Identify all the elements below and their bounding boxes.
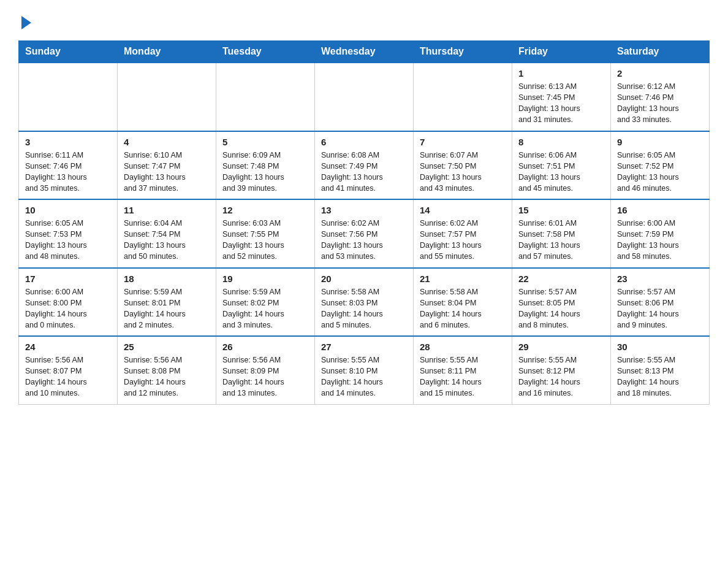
day-number: 3 (25, 137, 111, 147)
day-info: Sunrise: 5:55 AM Sunset: 8:12 PM Dayligh… (518, 354, 604, 399)
calendar-cell: 29Sunrise: 5:55 AM Sunset: 8:12 PM Dayli… (512, 336, 611, 404)
day-number: 17 (25, 274, 111, 284)
day-number: 6 (321, 137, 407, 147)
day-info: Sunrise: 6:01 AM Sunset: 7:58 PM Dayligh… (518, 218, 604, 262)
day-info: Sunrise: 5:59 AM Sunset: 8:02 PM Dayligh… (222, 286, 308, 331)
calendar-cell (315, 63, 414, 131)
calendar-cell: 17Sunrise: 6:00 AM Sunset: 8:00 PM Dayli… (19, 268, 118, 337)
calendar-cell: 30Sunrise: 5:55 AM Sunset: 8:13 PM Dayli… (611, 336, 710, 404)
day-info: Sunrise: 5:57 AM Sunset: 8:05 PM Dayligh… (518, 286, 604, 331)
svg-marker-0 (21, 16, 31, 29)
day-number: 25 (124, 342, 210, 352)
calendar-cell: 2Sunrise: 6:12 AM Sunset: 7:46 PM Daylig… (611, 63, 710, 131)
weekday-header-monday: Monday (118, 41, 216, 63)
day-number: 5 (222, 137, 308, 147)
calendar-cell: 28Sunrise: 5:55 AM Sunset: 8:11 PM Dayli… (414, 336, 512, 404)
weekday-header-tuesday: Tuesday (216, 41, 315, 63)
calendar-table: SundayMondayTuesdayWednesdayThursdayFrid… (18, 40, 710, 405)
calendar-week-row: 3Sunrise: 6:11 AM Sunset: 7:46 PM Daylig… (19, 131, 710, 200)
day-number: 23 (617, 274, 703, 284)
day-number: 20 (321, 274, 407, 284)
calendar-cell: 8Sunrise: 6:06 AM Sunset: 7:51 PM Daylig… (512, 131, 611, 200)
calendar-cell: 24Sunrise: 5:56 AM Sunset: 8:07 PM Dayli… (19, 336, 118, 404)
day-info: Sunrise: 6:08 AM Sunset: 7:49 PM Dayligh… (321, 150, 407, 194)
calendar-cell: 15Sunrise: 6:01 AM Sunset: 7:58 PM Dayli… (512, 199, 611, 268)
day-info: Sunrise: 5:56 AM Sunset: 8:08 PM Dayligh… (124, 354, 210, 399)
weekday-header-wednesday: Wednesday (315, 41, 414, 63)
day-info: Sunrise: 6:02 AM Sunset: 7:57 PM Dayligh… (420, 218, 506, 262)
calendar-week-row: 10Sunrise: 6:05 AM Sunset: 7:53 PM Dayli… (19, 199, 710, 268)
day-info: Sunrise: 6:09 AM Sunset: 7:48 PM Dayligh… (222, 150, 308, 194)
day-number: 8 (518, 137, 604, 147)
calendar-cell (216, 63, 315, 131)
page-header (18, 12, 710, 32)
calendar-cell: 10Sunrise: 6:05 AM Sunset: 7:53 PM Dayli… (19, 199, 118, 268)
day-info: Sunrise: 5:55 AM Sunset: 8:13 PM Dayligh… (617, 354, 703, 399)
day-number: 21 (420, 274, 506, 284)
calendar-cell (414, 63, 512, 131)
day-info: Sunrise: 6:05 AM Sunset: 7:53 PM Dayligh… (25, 218, 111, 262)
calendar-week-row: 24Sunrise: 5:56 AM Sunset: 8:07 PM Dayli… (19, 336, 710, 404)
calendar-cell: 5Sunrise: 6:09 AM Sunset: 7:48 PM Daylig… (216, 131, 315, 200)
day-info: Sunrise: 6:04 AM Sunset: 7:54 PM Dayligh… (124, 218, 210, 262)
calendar-cell: 23Sunrise: 5:57 AM Sunset: 8:06 PM Dayli… (611, 268, 710, 337)
day-number: 9 (617, 137, 703, 147)
day-info: Sunrise: 5:59 AM Sunset: 8:01 PM Dayligh… (124, 286, 210, 331)
calendar-cell: 9Sunrise: 6:05 AM Sunset: 7:52 PM Daylig… (611, 131, 710, 200)
day-number: 24 (25, 342, 111, 352)
calendar-cell: 27Sunrise: 5:55 AM Sunset: 8:10 PM Dayli… (315, 336, 414, 404)
day-number: 1 (518, 68, 604, 79)
day-number: 29 (518, 342, 604, 352)
day-number: 28 (420, 342, 506, 352)
calendar-cell: 14Sunrise: 6:02 AM Sunset: 7:57 PM Dayli… (414, 199, 512, 268)
day-info: Sunrise: 6:00 AM Sunset: 8:00 PM Dayligh… (25, 286, 111, 331)
calendar-header-row: SundayMondayTuesdayWednesdayThursdayFrid… (19, 41, 710, 63)
day-info: Sunrise: 6:05 AM Sunset: 7:52 PM Dayligh… (617, 150, 703, 194)
weekday-header-saturday: Saturday (611, 41, 710, 63)
day-number: 13 (321, 205, 407, 215)
day-info: Sunrise: 6:11 AM Sunset: 7:46 PM Dayligh… (25, 150, 111, 194)
calendar-cell: 3Sunrise: 6:11 AM Sunset: 7:46 PM Daylig… (19, 131, 118, 200)
calendar-cell: 12Sunrise: 6:03 AM Sunset: 7:55 PM Dayli… (216, 199, 315, 268)
day-info: Sunrise: 5:55 AM Sunset: 8:11 PM Dayligh… (420, 354, 506, 399)
day-number: 15 (518, 205, 604, 215)
day-info: Sunrise: 6:00 AM Sunset: 7:59 PM Dayligh… (617, 218, 703, 262)
calendar-cell: 22Sunrise: 5:57 AM Sunset: 8:05 PM Dayli… (512, 268, 611, 337)
day-number: 14 (420, 205, 506, 215)
calendar-cell: 20Sunrise: 5:58 AM Sunset: 8:03 PM Dayli… (315, 268, 414, 337)
day-number: 18 (124, 274, 210, 284)
day-info: Sunrise: 6:06 AM Sunset: 7:51 PM Dayligh… (518, 150, 604, 194)
calendar-cell: 16Sunrise: 6:00 AM Sunset: 7:59 PM Dayli… (611, 199, 710, 268)
day-info: Sunrise: 5:58 AM Sunset: 8:04 PM Dayligh… (420, 286, 506, 331)
day-number: 7 (420, 137, 506, 147)
day-number: 4 (124, 137, 210, 147)
day-number: 10 (25, 205, 111, 215)
calendar-cell: 21Sunrise: 5:58 AM Sunset: 8:04 PM Dayli… (414, 268, 512, 337)
day-number: 26 (222, 342, 308, 352)
logo-arrow-icon (20, 16, 31, 32)
day-info: Sunrise: 5:56 AM Sunset: 8:09 PM Dayligh… (222, 354, 308, 399)
day-info: Sunrise: 6:07 AM Sunset: 7:50 PM Dayligh… (420, 150, 506, 194)
calendar-cell: 4Sunrise: 6:10 AM Sunset: 7:47 PM Daylig… (118, 131, 216, 200)
calendar-cell: 1Sunrise: 6:13 AM Sunset: 7:45 PM Daylig… (512, 63, 611, 131)
calendar-cell: 18Sunrise: 5:59 AM Sunset: 8:01 PM Dayli… (118, 268, 216, 337)
day-info: Sunrise: 6:10 AM Sunset: 7:47 PM Dayligh… (124, 150, 210, 194)
calendar-cell: 26Sunrise: 5:56 AM Sunset: 8:09 PM Dayli… (216, 336, 315, 404)
calendar-cell (118, 63, 216, 131)
day-number: 30 (617, 342, 703, 352)
calendar-week-row: 17Sunrise: 6:00 AM Sunset: 8:00 PM Dayli… (19, 268, 710, 337)
day-info: Sunrise: 6:12 AM Sunset: 7:46 PM Dayligh… (617, 81, 703, 126)
day-info: Sunrise: 6:02 AM Sunset: 7:56 PM Dayligh… (321, 218, 407, 262)
calendar-cell (19, 63, 118, 131)
calendar-cell: 25Sunrise: 5:56 AM Sunset: 8:08 PM Dayli… (118, 336, 216, 404)
day-info: Sunrise: 6:03 AM Sunset: 7:55 PM Dayligh… (222, 218, 308, 262)
calendar-cell: 7Sunrise: 6:07 AM Sunset: 7:50 PM Daylig… (414, 131, 512, 200)
day-info: Sunrise: 5:56 AM Sunset: 8:07 PM Dayligh… (25, 354, 111, 399)
day-info: Sunrise: 5:58 AM Sunset: 8:03 PM Dayligh… (321, 286, 407, 331)
calendar-cell: 11Sunrise: 6:04 AM Sunset: 7:54 PM Dayli… (118, 199, 216, 268)
day-number: 22 (518, 274, 604, 284)
calendar-cell: 6Sunrise: 6:08 AM Sunset: 7:49 PM Daylig… (315, 131, 414, 200)
calendar-week-row: 1Sunrise: 6:13 AM Sunset: 7:45 PM Daylig… (19, 63, 710, 131)
day-number: 11 (124, 205, 210, 215)
day-info: Sunrise: 6:13 AM Sunset: 7:45 PM Dayligh… (518, 81, 604, 126)
